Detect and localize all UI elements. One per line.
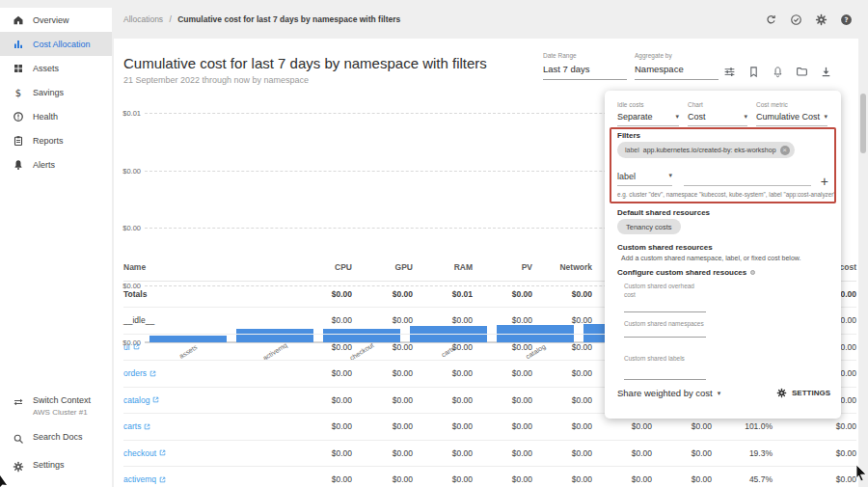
- select-value: Separate: [617, 112, 653, 122]
- filter-type-dropdown[interactable]: label ▾: [617, 172, 672, 186]
- clipboard-icon: [13, 135, 24, 147]
- cell-value: $0.00: [413, 361, 473, 388]
- filter-chip-key: label: [625, 147, 639, 153]
- tenancy-costs-label: Tenancy costs: [626, 223, 672, 231]
- download-icon[interactable]: [820, 66, 832, 78]
- sidebar-item-cost-allocation[interactable]: Cost Allocation: [0, 32, 112, 56]
- cell-value: $0.00: [532, 334, 592, 361]
- remove-filter-icon[interactable]: ×: [780, 146, 790, 155]
- settings-button[interactable]: SETTINGS: [776, 388, 830, 398]
- sidebar-item-label: Overview: [33, 15, 69, 25]
- chevron-down-icon: ▾: [718, 390, 721, 397]
- sidebar-item-alerts[interactable]: Alerts: [0, 152, 112, 176]
- cell-value: $0.00: [297, 361, 352, 388]
- cell-value: $0.00: [532, 361, 592, 388]
- bell-icon[interactable]: [772, 66, 784, 78]
- cell-value: 45.7%: [712, 467, 773, 487]
- footer-item-label: Settings: [33, 460, 65, 470]
- filter-hint-text: e.g. cluster "dev", namespace "kubecost,…: [617, 191, 836, 198]
- check-circle-icon[interactable]: [790, 14, 802, 26]
- date-range-select[interactable]: Date Range Last 7 days: [543, 52, 627, 80]
- share-weighted-value: Share weighted by cost: [617, 388, 713, 398]
- share-weighted-dropdown[interactable]: Share weighted by cost ▾: [617, 388, 720, 398]
- namespace-link-ui[interactable]: ui: [123, 342, 140, 352]
- cell-value: $0.00: [352, 281, 413, 308]
- sidebar-footer-settings[interactable]: Settings: [0, 452, 112, 480]
- sidebar-item-assets[interactable]: Assets: [0, 56, 112, 80]
- namespace-link-orders[interactable]: orders: [123, 368, 156, 378]
- idle-costs-dropdown[interactable]: Idle costsSeparate▾: [617, 101, 679, 126]
- grid-icon: [13, 63, 24, 74]
- search-icon: [13, 433, 24, 445]
- date-range-label: Date Range: [543, 52, 627, 59]
- home-icon: [13, 14, 24, 26]
- aggregate-by-underline: [635, 79, 719, 80]
- external-link-icon: [144, 423, 150, 430]
- sidebar-footer-switch-context[interactable]: Switch ContextAWS Cluster #1: [0, 388, 112, 424]
- cell-value: $0.00: [413, 414, 473, 441]
- filter-chip-value: app.kubernetes.io/created-by: eks-worksh…: [643, 147, 776, 153]
- column-header-ram[interactable]: RAM: [413, 254, 473, 281]
- namespace-link-checkout[interactable]: checkout: [123, 448, 166, 458]
- namespace-link-catalog[interactable]: catalog: [123, 395, 159, 405]
- cell-value: 19.3%: [712, 440, 773, 467]
- configure-custom-shared-title: Configure custom shared resouces: [617, 268, 755, 277]
- cluster-context-label: AWS Cluster #1: [33, 408, 91, 417]
- namespace-link-activemq[interactable]: activemq: [123, 474, 166, 484]
- custom-shared-overhead-cost-input[interactable]: Custom shared overhead cost: [624, 283, 706, 312]
- page-subtitle: 21 September 2022 through now by namespa…: [123, 75, 309, 85]
- refresh-icon[interactable]: [765, 14, 777, 26]
- column-header-pv[interactable]: PV: [473, 254, 532, 281]
- date-range-underline: [543, 79, 627, 80]
- gear-icon[interactable]: [815, 14, 827, 26]
- chart-dropdown[interactable]: ChartCost▾: [688, 101, 747, 126]
- cell-value: $0.00: [473, 467, 532, 487]
- gear-icon: [776, 388, 787, 398]
- column-header-network[interactable]: Network: [532, 254, 592, 281]
- breadcrumb-allocations[interactable]: Allocations: [123, 14, 163, 24]
- sidebar-footer-search-docs[interactable]: Search Docs: [0, 424, 112, 452]
- cell-value: $0.00: [413, 467, 473, 487]
- cell-value: $0.00: [473, 361, 532, 388]
- tenancy-costs-chip[interactable]: Tenancy costs: [617, 219, 681, 234]
- external-link-icon: [159, 449, 166, 456]
- column-header-cpu[interactable]: CPU: [297, 254, 352, 281]
- column-header-gpu[interactable]: GPU: [352, 254, 413, 281]
- custom-shared-labels-input[interactable]: Custom shared labels: [624, 355, 706, 380]
- cell-value: $0.00: [297, 467, 352, 487]
- cell-value: $0.00: [352, 308, 413, 335]
- help-icon[interactable]: ?: [840, 14, 853, 26]
- filter-value-input[interactable]: [684, 185, 811, 186]
- sidebar-item-overview[interactable]: Overview: [0, 8, 112, 32]
- tune-icon[interactable]: [723, 66, 736, 78]
- top-bar: Allocations / Cumulative cost for last 7…: [112, 0, 868, 39]
- bar-chart-icon: [13, 39, 24, 50]
- cell-value: $0.00: [532, 308, 592, 335]
- cell-value: $0.00: [532, 440, 592, 467]
- select-label: Idle costs: [617, 101, 679, 108]
- cell-value: $0.00: [592, 440, 652, 467]
- sidebar-item-savings[interactable]: $Savings: [0, 80, 112, 104]
- aggregate-by-select[interactable]: Aggregate by Namespace: [635, 52, 719, 80]
- chevron-down-icon: ▾: [675, 113, 679, 121]
- cell-value: $0.01: [413, 281, 473, 308]
- folder-icon[interactable]: [796, 66, 808, 78]
- cost-metric-dropdown[interactable]: Cost metricCumulative Cost▾: [756, 101, 827, 126]
- dollar-icon: $: [13, 87, 24, 98]
- cell-value: $0.00: [352, 467, 413, 487]
- column-header-name[interactable]: Name: [123, 254, 297, 281]
- bookmark-icon[interactable]: [747, 66, 760, 78]
- cell-value: $0.00: [413, 387, 473, 414]
- cell-value: $0.00: [352, 414, 413, 441]
- custom-shared-namespaces-input[interactable]: Custom shared namespaces: [624, 320, 706, 338]
- sidebar-item-reports[interactable]: Reports: [0, 128, 112, 152]
- select-value: Cost: [688, 112, 706, 122]
- namespace-link-carts[interactable]: carts: [123, 421, 150, 431]
- scrollbar-thumb[interactable]: [860, 94, 866, 153]
- sidebar-item-label: Savings: [33, 88, 64, 97]
- input-label: Custom shared namespaces: [624, 320, 706, 329]
- aggregate-by-label: Aggregate by: [635, 52, 719, 59]
- sidebar-item-health[interactable]: Health: [0, 104, 112, 128]
- add-filter-button[interactable]: +: [821, 176, 828, 186]
- sidebar-item-label: Reports: [33, 136, 64, 146]
